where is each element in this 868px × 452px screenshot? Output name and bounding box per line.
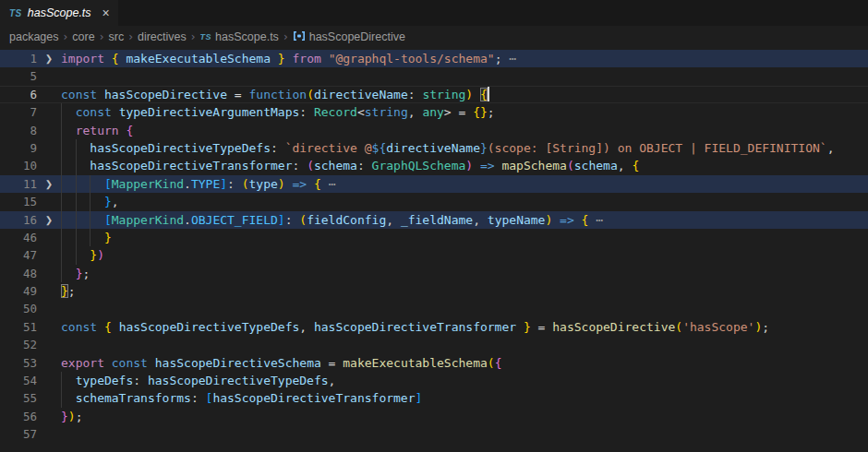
token-punc [61, 248, 90, 262]
token-punc: . [184, 213, 191, 227]
line-number: 49 [0, 282, 37, 300]
line-number: 16 [0, 211, 37, 229]
token-var: schema [314, 159, 357, 172]
token-punc: < [357, 105, 365, 119]
code-line[interactable]: 7 const typeDirectiveArgumentMaps: Recor… [0, 103, 868, 121]
token-var: directiveName [386, 141, 480, 155]
breadcrumb-item-hasscope-ts[interactable]: TShasScope.ts [199, 30, 280, 43]
code-line[interactable]: 10 hasScopeDirectiveTransformer: (schema… [0, 157, 868, 174]
token-cst: TYPE [191, 177, 220, 191]
token-punc [61, 213, 104, 227]
code-line[interactable]: 49}; [0, 282, 868, 300]
code-line[interactable]: 46 } [0, 229, 868, 246]
code-line[interactable]: 57 [0, 425, 868, 443]
token-b3: } [104, 195, 112, 208]
token-type: any [422, 105, 443, 119]
tab-title: hasScope.ts [28, 6, 91, 19]
token-punc [61, 177, 104, 191]
fold-gutter [37, 193, 61, 210]
token-var: schema [574, 159, 618, 172]
chevron-separator-icon: › [96, 30, 108, 43]
token-b1: { [314, 177, 321, 191]
code-line[interactable]: 15 }, [0, 193, 868, 210]
code-text: import { makeExecutableSchema } from "@g… [61, 50, 516, 67]
code-line[interactable]: 47 }) [0, 246, 868, 264]
fold-chevron-icon[interactable]: ❯ [37, 211, 61, 229]
token-type: Record [314, 105, 357, 119]
code-text: hasScopeDirectiveTransformer: (schema: G… [61, 157, 639, 174]
token-ctrl: return [76, 124, 119, 137]
chevron-separator-icon: › [187, 30, 199, 43]
line-number: 10 [0, 157, 37, 174]
code-line[interactable]: 50 [0, 300, 868, 317]
code-line[interactable]: 56}); [0, 408, 868, 425]
token-punc: : [292, 159, 307, 172]
token-punc [285, 177, 293, 191]
breadcrumb-item-core[interactable]: core [71, 30, 95, 43]
breadcrumb-item-directives[interactable]: directives [137, 30, 187, 43]
code-line[interactable]: 54 typeDefs: hasScopeDirectiveTypeDefs, [0, 372, 868, 389]
token-b1: ( [488, 356, 495, 370]
code-text: } [61, 229, 112, 246]
token-b3: [ [104, 177, 112, 191]
token-kw: => [560, 213, 574, 227]
code-area[interactable]: 1❯import { makeExecutableSchema } from "… [0, 48, 868, 444]
code-line[interactable]: 52 [0, 336, 868, 353]
token-punc: = [531, 320, 552, 334]
code-text: }; [61, 265, 90, 282]
token-punc [61, 159, 90, 172]
token-punc: : [191, 391, 206, 405]
code-line[interactable]: 8 return { [0, 122, 868, 139]
token-b3: ] [416, 391, 423, 405]
token-punc: , [618, 159, 633, 172]
code-line[interactable]: 5 [0, 67, 868, 85]
code-line[interactable]: 6const hasScopeDirective = function(dire… [0, 86, 868, 103]
fold-chevron-icon[interactable]: ❯ [37, 50, 61, 67]
code-line[interactable]: 11❯ [MapperKind.TYPE]: (type) => { ⋯ [0, 175, 868, 193]
code-line[interactable]: 1❯import { makeExecutableSchema } from "… [0, 50, 868, 67]
code-line[interactable]: 55 schemaTransforms: [hasScopeDirectiveT… [0, 389, 868, 407]
code-line[interactable]: 16❯ [MapperKind.OBJECT_FIELD]: (fieldCon… [0, 211, 868, 229]
fold-gutter [37, 86, 61, 103]
code-line[interactable]: 53export const hasScopeDirectiveSchema =… [0, 354, 868, 372]
token-type: GraphQLSchema [372, 159, 466, 172]
code-text: schemaTransforms: [hasScopeDirectiveTran… [61, 389, 422, 407]
fold-chevron-icon[interactable]: ❯ [37, 175, 61, 193]
token-punc [516, 320, 524, 334]
fold-gutter [37, 265, 61, 282]
code-line[interactable]: 51const { hasScopeDirectiveTypeDefs, has… [0, 318, 868, 336]
code-text: const { hasScopeDirectiveTypeDefs, hasSc… [61, 318, 769, 336]
token-punc [473, 159, 480, 172]
token-punc: , [827, 141, 835, 155]
token-kw: => [480, 159, 495, 172]
code-text: hasScopeDirectiveTypeDefs: `directive @$… [61, 139, 834, 157]
fold-gutter [37, 425, 61, 443]
token-b1: ) [278, 177, 285, 191]
breadcrumb-item-packages[interactable]: packages [8, 30, 60, 43]
token-punc [61, 374, 76, 387]
chevron-separator-icon: › [125, 30, 137, 43]
code-text: typeDefs: hasScopeDirectiveTypeDefs, [61, 372, 335, 389]
code-line[interactable]: 48 }; [0, 265, 868, 282]
token-fold: ⋯ [588, 213, 603, 227]
token-b2: } [61, 410, 68, 423]
token-var: hasScopeDirectiveTransformer [314, 320, 516, 334]
token-b2: { [126, 124, 133, 137]
close-icon[interactable]: × [102, 6, 110, 19]
fold-gutter [37, 157, 61, 174]
token-b1: } [524, 320, 531, 334]
breadcrumb-item-src[interactable]: src [107, 30, 125, 43]
token-type: MapperKind [112, 177, 184, 191]
token-punc: > [444, 105, 452, 119]
token-punc: ; [68, 284, 76, 298]
breadcrumb-label: directives [138, 30, 187, 43]
code-line[interactable]: 9 hasScopeDirectiveTypeDefs: `directive … [0, 139, 868, 157]
code-text: }); [61, 408, 82, 425]
fold-gutter [37, 229, 61, 246]
token-b3: ] [278, 213, 285, 227]
token-var: hasScopeDirectiveTransformer [212, 391, 415, 405]
token-var: schemaTransforms [76, 391, 191, 405]
breadcrumb-item-hasscopedirective[interactable]: hasScopeDirective [292, 30, 406, 44]
tab-hasscope[interactable]: TS hasScope.ts × [0, 0, 118, 26]
text-cursor [488, 87, 489, 101]
